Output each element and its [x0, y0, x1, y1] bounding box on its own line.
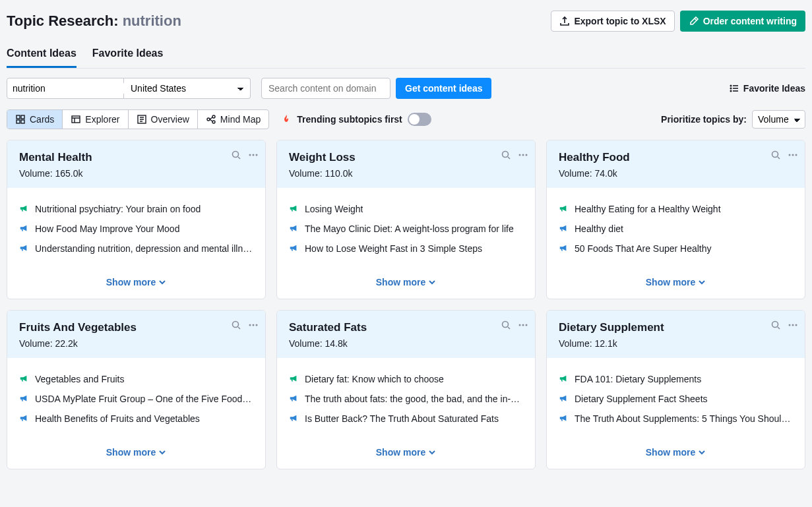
svg-rect-4 [21, 115, 24, 119]
card-headline-text: The truth about fats: the good, the bad,… [305, 394, 523, 404]
card-search-icon[interactable] [770, 150, 781, 160]
show-more-button[interactable]: Show more [646, 277, 706, 287]
card-headline[interactable]: Losing Weight [289, 204, 523, 214]
svg-point-32 [772, 322, 778, 328]
get-content-ideas-button[interactable]: Get content ideas [396, 78, 491, 99]
card-more-icon[interactable] [248, 320, 259, 330]
card-headline[interactable]: USDA MyPlate Fruit Group – One of the Fi… [19, 394, 253, 404]
svg-point-21 [789, 154, 791, 156]
svg-point-19 [526, 154, 528, 156]
topic-card: Mental HealthVolume: 165.0kNutritional p… [7, 140, 266, 299]
card-headline[interactable]: Understanding nutrition, depression and … [19, 243, 253, 254]
card-headline[interactable]: The Mayo Clinic Diet: A weight-loss prog… [289, 224, 523, 234]
mindmap-icon [206, 114, 216, 125]
list-icon [729, 83, 739, 94]
card-headline-text: Understanding nutrition, depression and … [35, 243, 253, 254]
card-search-icon[interactable] [501, 320, 511, 330]
card-headline[interactable]: Nutritional psychiatry: Your brain on fo… [19, 204, 253, 214]
show-more-button[interactable]: Show more [376, 277, 436, 287]
card-headline[interactable]: FDA 101: Dietary Supplements [559, 374, 793, 384]
export-xlsx-button[interactable]: Export topic to XLSX [551, 11, 674, 32]
trending-toggle[interactable] [408, 113, 431, 126]
show-more-button[interactable]: Show more [106, 277, 166, 287]
page-title-topic: nutrition [123, 13, 181, 29]
bullhorn-icon [289, 243, 298, 253]
card-volume: Volume: 74.0k [559, 168, 793, 179]
trending-label: Trending subtopics first [297, 114, 402, 125]
card-headline-text: USDA MyPlate Fruit Group – One of the Fi… [35, 394, 253, 404]
card-header: Dietary SupplementVolume: 12.1k [547, 311, 805, 358]
chevron-down-icon [698, 448, 706, 456]
card-headline[interactable]: Dietary fat: Know which to choose [289, 374, 523, 384]
svg-point-33 [789, 324, 791, 326]
svg-point-17 [519, 154, 521, 156]
view-explorer[interactable]: Explorer [63, 110, 128, 129]
country-select[interactable]: United States [124, 78, 251, 99]
show-more-button[interactable]: Show more [376, 447, 436, 458]
card-headline[interactable]: How Food May Improve Your Mood [19, 224, 253, 234]
card-headline[interactable]: Healthy Eating for a Healthy Weight [559, 204, 793, 214]
svg-rect-7 [72, 116, 80, 123]
svg-point-23 [796, 154, 797, 156]
explorer-icon [71, 114, 81, 125]
order-content-button[interactable]: Order content writing [680, 11, 805, 32]
card-headline-text: The Mayo Clinic Diet: A weight-loss prog… [305, 224, 514, 234]
svg-point-34 [792, 324, 794, 326]
card-headline[interactable]: Is Butter Back? The Truth About Saturate… [289, 413, 523, 424]
card-title: Weight Loss [289, 151, 523, 164]
card-more-icon[interactable] [788, 150, 798, 160]
svg-point-30 [522, 324, 524, 326]
card-headline[interactable]: How to Lose Weight Fast in 3 Simple Step… [289, 243, 523, 254]
card-headline[interactable]: Healthy diet [559, 224, 793, 234]
bullhorn-icon [559, 224, 568, 233]
export-xlsx-label: Export topic to XLSX [574, 16, 666, 26]
view-mindmap[interactable]: Mind Map [198, 110, 268, 129]
prioritize-select[interactable]: Volume [752, 110, 805, 129]
card-headline[interactable]: Vegetables and Fruits [19, 374, 253, 384]
bullhorn-icon [559, 243, 568, 253]
svg-point-1 [730, 88, 731, 88]
card-search-icon[interactable] [231, 320, 241, 330]
bullhorn-icon [19, 224, 28, 233]
card-headline[interactable]: Dietary Supplement Fact Sheets [559, 394, 793, 404]
card-more-icon[interactable] [518, 320, 528, 330]
card-volume: Volume: 165.0k [19, 168, 253, 179]
show-more-button[interactable]: Show more [106, 447, 166, 458]
tab-content-ideas[interactable]: Content Ideas [7, 41, 77, 68]
card-search-icon[interactable] [231, 150, 241, 160]
card-title: Saturated Fats [289, 321, 523, 334]
card-more-icon[interactable] [788, 320, 798, 330]
fire-icon [281, 114, 292, 125]
chevron-down-icon [428, 448, 436, 456]
topic-card: Saturated FatsVolume: 14.8kDietary fat: … [276, 310, 536, 469]
card-headline[interactable]: The Truth About Supplements: 5 Things Yo… [559, 413, 793, 424]
card-more-icon[interactable] [518, 150, 528, 160]
chevron-down-icon [158, 278, 166, 286]
svg-rect-6 [21, 120, 24, 123]
svg-point-12 [233, 152, 239, 158]
show-more-button[interactable]: Show more [646, 447, 706, 458]
view-cards[interactable]: Cards [7, 110, 63, 129]
card-volume: Volume: 22.2k [19, 338, 253, 349]
card-header: Weight LossVolume: 110.0k [277, 140, 535, 188]
card-headline[interactable]: Health Benefits of Fruits and Vegetables [19, 413, 253, 424]
bullhorn-icon [19, 413, 28, 423]
tab-favorite-ideas[interactable]: Favorite Ideas [92, 41, 164, 68]
svg-point-31 [526, 324, 528, 326]
topic-input-wrapper[interactable]: ✕ [7, 78, 124, 99]
topic-card: Fruits And VegetablesVolume: 22.2kVegeta… [7, 310, 266, 469]
favorite-ideas-link[interactable]: Favorite Ideas [729, 83, 805, 94]
card-headline[interactable]: The truth about fats: the good, the bad,… [289, 394, 523, 404]
bullhorn-icon [289, 224, 298, 233]
svg-rect-5 [16, 120, 20, 123]
card-more-icon[interactable] [248, 150, 259, 160]
svg-point-13 [249, 154, 251, 156]
card-headline-text: How Food May Improve Your Mood [35, 224, 179, 234]
card-search-icon[interactable] [501, 150, 511, 160]
card-search-icon[interactable] [770, 320, 781, 330]
topic-input[interactable] [13, 83, 128, 94]
card-headline-text: Healthy Eating for a Healthy Weight [575, 204, 721, 214]
domain-input[interactable] [261, 78, 390, 99]
card-headline[interactable]: 50 Foods That Are Super Healthy [559, 243, 793, 254]
view-overview[interactable]: Overview [129, 110, 198, 129]
